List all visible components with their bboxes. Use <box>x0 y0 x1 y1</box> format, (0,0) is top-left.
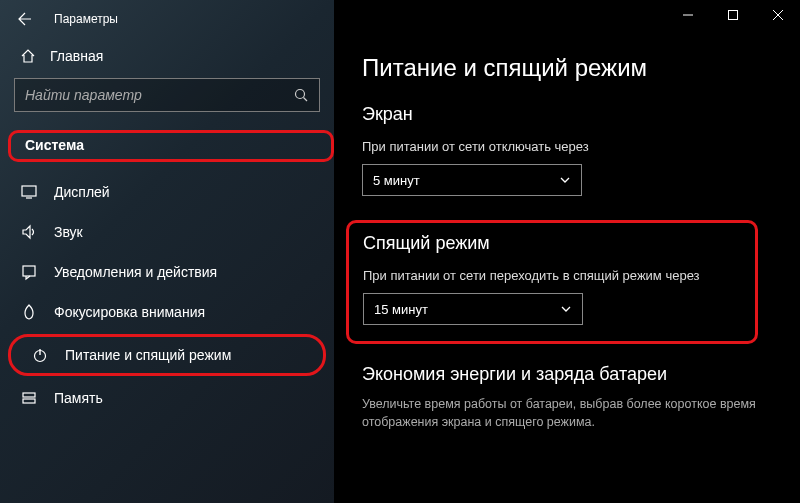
sidebar-item-focus[interactable]: Фокусировка внимания <box>0 292 334 332</box>
sidebar-item-label: Фокусировка внимания <box>54 304 205 320</box>
home-icon <box>20 48 36 64</box>
back-button[interactable] <box>10 4 40 34</box>
sidebar-home[interactable]: Главная <box>0 38 334 72</box>
notifications-icon <box>20 263 38 281</box>
sidebar-item-label: Звук <box>54 224 83 240</box>
screen-off-value: 5 минут <box>373 173 420 188</box>
sidebar: Параметры Главная Система Дисплей Звук У… <box>0 0 334 503</box>
battery-heading: Экономия энергии и заряда батареи <box>362 364 772 385</box>
screen-off-select[interactable]: 5 минут <box>362 164 582 196</box>
content: Питание и спящий режим Экран При питании… <box>334 0 800 503</box>
sleep-section: Спящий режим При питании от сети переход… <box>346 220 758 344</box>
content-inner: Питание и спящий режим Экран При питании… <box>334 8 800 431</box>
storage-icon <box>20 389 38 407</box>
screen-heading: Экран <box>362 104 772 125</box>
sidebar-item-sound[interactable]: Звук <box>0 212 334 252</box>
titlebar: Параметры <box>0 0 334 38</box>
svg-rect-5 <box>23 399 35 403</box>
sound-icon <box>20 223 38 241</box>
sidebar-item-label: Уведомления и действия <box>54 264 217 280</box>
svg-rect-4 <box>23 393 35 397</box>
power-icon <box>31 346 49 364</box>
sidebar-item-storage[interactable]: Память <box>0 378 334 418</box>
focus-icon <box>20 303 38 321</box>
battery-section: Экономия энергии и заряда батареи Увелич… <box>362 364 772 431</box>
minimize-icon <box>683 10 693 20</box>
nav-list: Дисплей Звук Уведомления и действия Фоку… <box>0 168 334 418</box>
chevron-down-icon <box>560 303 572 315</box>
sidebar-category-label: Система <box>25 137 84 153</box>
window-controls <box>665 0 800 30</box>
display-icon <box>20 183 38 201</box>
sidebar-item-display[interactable]: Дисплей <box>0 172 334 212</box>
search-wrap <box>14 78 320 112</box>
sidebar-item-label: Память <box>54 390 103 406</box>
sleep-label: При питании от сети переходить в спящий … <box>363 268 741 283</box>
arrow-left-icon <box>17 11 33 27</box>
chevron-down-icon <box>559 174 571 186</box>
sleep-heading: Спящий режим <box>363 233 741 254</box>
close-button[interactable] <box>755 0 800 30</box>
battery-desc: Увеличьте время работы от батареи, выбра… <box>362 395 772 431</box>
sidebar-home-label: Главная <box>50 48 103 64</box>
svg-point-0 <box>296 90 305 99</box>
sidebar-item-power-sleep[interactable]: Питание и спящий режим <box>8 334 326 376</box>
close-icon <box>773 10 783 20</box>
page-title: Питание и спящий режим <box>362 54 772 82</box>
search-icon <box>293 87 309 103</box>
sleep-select[interactable]: 15 минут <box>363 293 583 325</box>
sleep-value: 15 минут <box>374 302 428 317</box>
svg-rect-6 <box>728 11 737 20</box>
search-input[interactable] <box>14 78 320 112</box>
sidebar-item-label: Дисплей <box>54 184 110 200</box>
svg-rect-2 <box>23 266 35 276</box>
minimize-button[interactable] <box>665 0 710 30</box>
maximize-button[interactable] <box>710 0 755 30</box>
sidebar-category-system[interactable]: Система <box>8 130 334 162</box>
sidebar-item-notifications[interactable]: Уведомления и действия <box>0 252 334 292</box>
maximize-icon <box>728 10 738 20</box>
titlebar-label: Параметры <box>54 12 118 26</box>
screen-off-label: При питании от сети отключать через <box>362 139 772 154</box>
sidebar-item-label: Питание и спящий режим <box>65 347 231 363</box>
svg-rect-1 <box>22 186 36 196</box>
search-field[interactable] <box>25 87 293 103</box>
